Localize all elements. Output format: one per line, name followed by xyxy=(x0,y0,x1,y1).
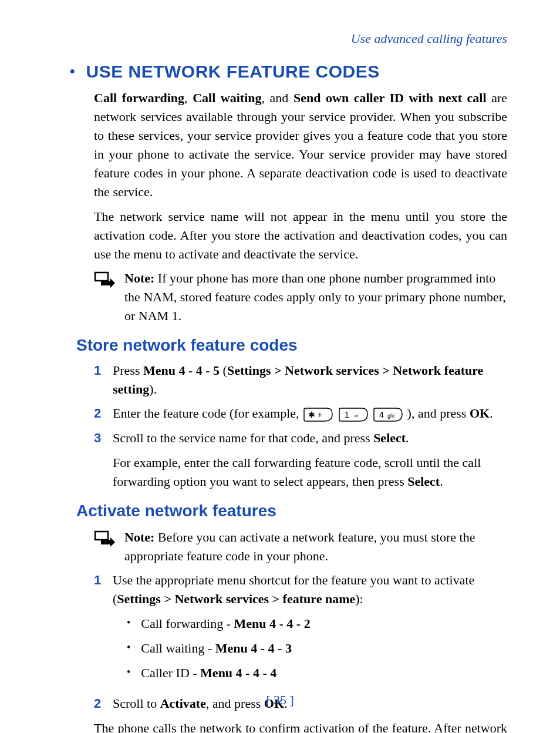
intro-paragraph-1: Call forwarding, Call waiting, and Send … xyxy=(94,89,507,201)
list-item: 1 Press Menu 4 - 4 - 5 (Settings > Netwo… xyxy=(94,361,507,399)
step-number: 2 xyxy=(94,404,102,423)
note-arrow-icon xyxy=(94,530,115,547)
page-title-row: • USE NETWORK FEATURE CODES xyxy=(69,59,507,85)
note-text-2: Note: Before you can activate a network … xyxy=(124,528,507,566)
svg-text:✱ +: ✱ + xyxy=(308,410,322,419)
svg-rect-0 xyxy=(95,273,108,281)
bullet-icon: • xyxy=(127,639,130,658)
store-steps-list: 1 Press Menu 4 - 4 - 5 (Settings > Netwo… xyxy=(94,361,507,491)
section-heading-activate: Activate network features xyxy=(76,499,507,523)
note-block-1: Note: If your phone has more than one ph… xyxy=(94,269,507,325)
list-item: • Call forwarding - Menu 4 - 4 - 2 xyxy=(127,614,507,633)
intro-paragraph-2: The network service name will not appear… xyxy=(94,207,507,264)
phone-key-icon: ✱ + xyxy=(303,407,333,422)
list-item: 2 Enter the feature code (for example, ✱… xyxy=(94,404,507,423)
breadcrumb: Use advanced calling features xyxy=(76,29,507,48)
note-block-2: Note: Before you can activate a network … xyxy=(94,528,507,566)
list-item: • Call waiting - Menu 4 - 4 - 3 xyxy=(127,639,507,658)
svg-text:ghi: ghi xyxy=(387,413,394,419)
svg-text:1: 1 xyxy=(345,410,349,419)
page-title: USE NETWORK FEATURE CODES xyxy=(86,59,380,85)
section-heading-store: Store network feature codes xyxy=(76,334,507,358)
svg-text:4: 4 xyxy=(379,410,384,419)
bullet-icon: • xyxy=(127,664,130,682)
list-item: 1 Use the appropriate menu shortcut for … xyxy=(94,571,507,688)
svg-text:∞: ∞ xyxy=(354,413,357,419)
title-bullet-icon: • xyxy=(69,63,76,80)
step-number: 1 xyxy=(94,361,102,399)
svg-rect-6 xyxy=(95,532,108,540)
phone-key-icon: 4ghi xyxy=(373,407,403,422)
list-item: 3 Scroll to the service name for that co… xyxy=(94,429,507,491)
outro-paragraph: The phone calls the network to confirm a… xyxy=(94,719,507,733)
list-item: • Caller ID - Menu 4 - 4 - 4 xyxy=(127,664,507,682)
phone-key-icon: 1∞ xyxy=(339,407,368,422)
note-arrow-icon xyxy=(94,271,115,288)
step-number: 3 xyxy=(94,429,102,491)
bullet-icon: • xyxy=(127,614,130,633)
page-number: [ 35 ] xyxy=(0,691,560,710)
note-text-1: Note: If your phone has more than one ph… xyxy=(124,269,507,325)
step-number: 1 xyxy=(94,571,102,688)
